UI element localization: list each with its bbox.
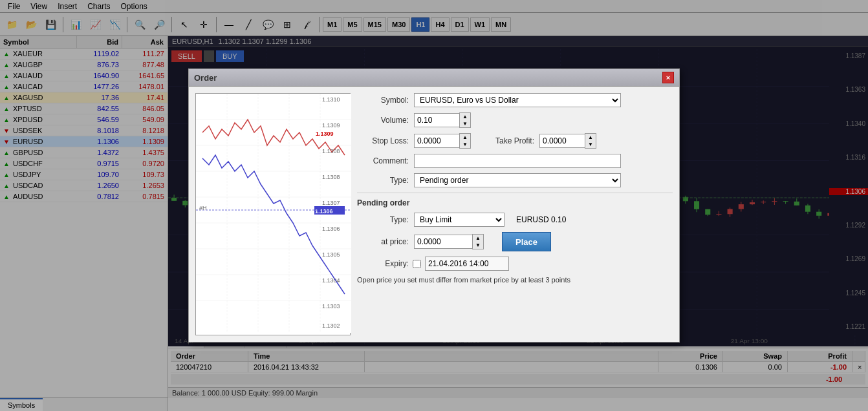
svg-text:1.1306: 1.1306 bbox=[315, 208, 333, 215]
pending-symbol-label: EURUSD 0.10 bbox=[516, 215, 566, 224]
svg-text:1.1310: 1.1310 bbox=[322, 96, 340, 103]
comment-label: Comment: bbox=[357, 156, 409, 165]
expiry-row: Expiry: bbox=[357, 257, 673, 271]
type-select[interactable]: Pending order bbox=[414, 173, 621, 187]
tp-down[interactable]: ▼ bbox=[585, 141, 596, 148]
dialog-overlay: Order × bbox=[0, 0, 868, 411]
at-price-spinbtns: ▲ ▼ bbox=[472, 234, 484, 249]
svg-text:1.1307: 1.1307 bbox=[322, 200, 340, 206]
tp-spinbtns: ▲ ▼ bbox=[585, 133, 596, 149]
sl-spinbtns: ▲ ▼ bbox=[459, 133, 471, 149]
form-area: Symbol: EURUSD, Euro vs US Dollar Volume… bbox=[357, 93, 673, 335]
volume-spinbtns: ▲ ▼ bbox=[459, 112, 471, 128]
sl-label: Stop Loss: bbox=[357, 136, 409, 145]
comment-row: Comment: bbox=[357, 154, 673, 168]
svg-text:1.1309: 1.1309 bbox=[316, 131, 334, 137]
volume-row: Volume: ▲ ▼ bbox=[357, 112, 673, 128]
comment-input[interactable] bbox=[414, 154, 621, 168]
expiry-label: Expiry: bbox=[357, 259, 409, 268]
pending-type-row: Type: Buy Limit EURUSD 0.10 bbox=[357, 213, 673, 227]
svg-text:1.1308: 1.1308 bbox=[322, 148, 340, 154]
tp-input[interactable] bbox=[539, 134, 585, 148]
warning-message: Open price you set must differ from mark… bbox=[357, 276, 673, 284]
at-price-input[interactable] bbox=[414, 235, 472, 249]
volume-spin: ▲ ▼ bbox=[414, 112, 471, 128]
type-row: Type: Pending order bbox=[357, 173, 673, 187]
at-price-spin: ▲ ▼ bbox=[414, 234, 484, 249]
sl-up[interactable]: ▲ bbox=[460, 134, 470, 141]
dialog-titlebar: Order × bbox=[189, 69, 679, 87]
expiry-date-input[interactable] bbox=[425, 257, 509, 271]
pending-type-label: Type: bbox=[357, 215, 409, 224]
svg-text:1.1304: 1.1304 bbox=[322, 277, 340, 284]
sl-spin: ▲ ▼ bbox=[414, 133, 471, 149]
expiry-checkbox[interactable] bbox=[413, 260, 421, 268]
svg-text:1.1309: 1.1309 bbox=[322, 122, 340, 129]
volume-input[interactable] bbox=[414, 113, 459, 127]
pending-title: Pending order bbox=[357, 198, 673, 207]
volume-label: Volume: bbox=[357, 116, 409, 125]
pending-section: Pending order Type: Buy Limit EURUSD 0.1… bbox=[357, 193, 673, 284]
mini-chart-svg: 1.1310 1.1309 1.1309 1.1308 1.1308 1.130… bbox=[196, 94, 351, 333]
svg-text:1.1305: 1.1305 bbox=[322, 251, 340, 258]
volume-up[interactable]: ▲ bbox=[460, 113, 470, 120]
dialog-body: 1.1310 1.1309 1.1309 1.1308 1.1308 1.130… bbox=[189, 87, 679, 342]
svg-text:1.1306: 1.1306 bbox=[322, 226, 340, 232]
symbol-label: Symbol: bbox=[357, 96, 409, 105]
mini-chart: 1.1310 1.1309 1.1309 1.1308 1.1308 1.130… bbox=[195, 93, 351, 335]
svg-text:#H: #H bbox=[199, 205, 207, 211]
symbol-row: Symbol: EURUSD, Euro vs US Dollar bbox=[357, 93, 673, 107]
symbol-select[interactable]: EURUSD, Euro vs US Dollar bbox=[414, 93, 621, 107]
place-button[interactable]: Place bbox=[502, 232, 551, 251]
sl-down[interactable]: ▼ bbox=[460, 141, 470, 148]
pending-type-select[interactable]: Buy Limit bbox=[414, 213, 505, 227]
at-price-row: at price: ▲ ▼ Place bbox=[357, 232, 673, 251]
order-dialog: Order × bbox=[188, 68, 680, 342]
dialog-title: Order bbox=[194, 73, 217, 83]
tp-spin: ▲ ▼ bbox=[539, 133, 596, 149]
type-label: Type: bbox=[357, 176, 409, 185]
dialog-close-button[interactable]: × bbox=[662, 72, 674, 83]
sl-tp-row: Stop Loss: ▲ ▼ Take Profit: ▲ ▼ bbox=[357, 133, 673, 149]
tp-up[interactable]: ▲ bbox=[585, 134, 596, 141]
at-price-down[interactable]: ▼ bbox=[473, 242, 483, 249]
svg-text:1.1308: 1.1308 bbox=[322, 174, 340, 180]
at-price-up[interactable]: ▲ bbox=[473, 235, 483, 242]
symbol-select-wrapper: EURUSD, Euro vs US Dollar bbox=[414, 93, 621, 107]
svg-text:1.1302: 1.1302 bbox=[322, 322, 340, 329]
tp-label: Take Profit: bbox=[476, 136, 534, 145]
volume-down[interactable]: ▼ bbox=[460, 120, 470, 127]
sl-input[interactable] bbox=[414, 134, 459, 148]
svg-text:1.1303: 1.1303 bbox=[322, 303, 340, 310]
at-price-label: at price: bbox=[357, 237, 409, 246]
